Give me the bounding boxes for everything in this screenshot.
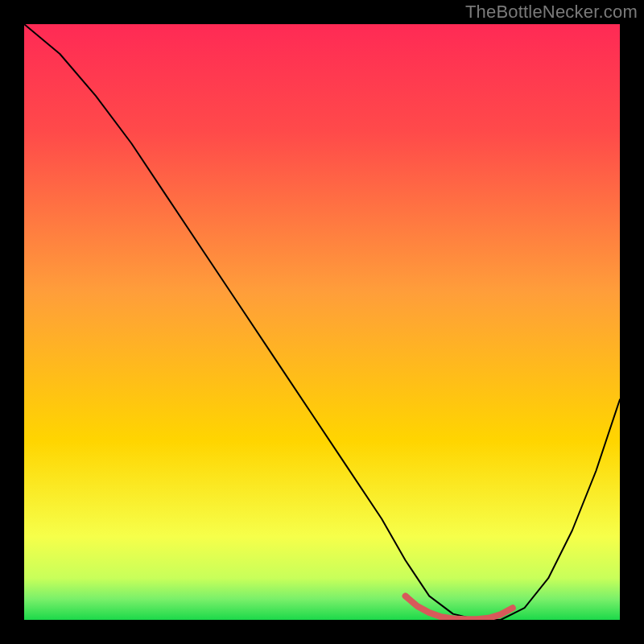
chart-svg <box>24 24 620 620</box>
gradient-bg <box>24 24 620 620</box>
watermark: TheBottleNecker.com <box>465 2 638 23</box>
chart-frame <box>24 24 620 620</box>
